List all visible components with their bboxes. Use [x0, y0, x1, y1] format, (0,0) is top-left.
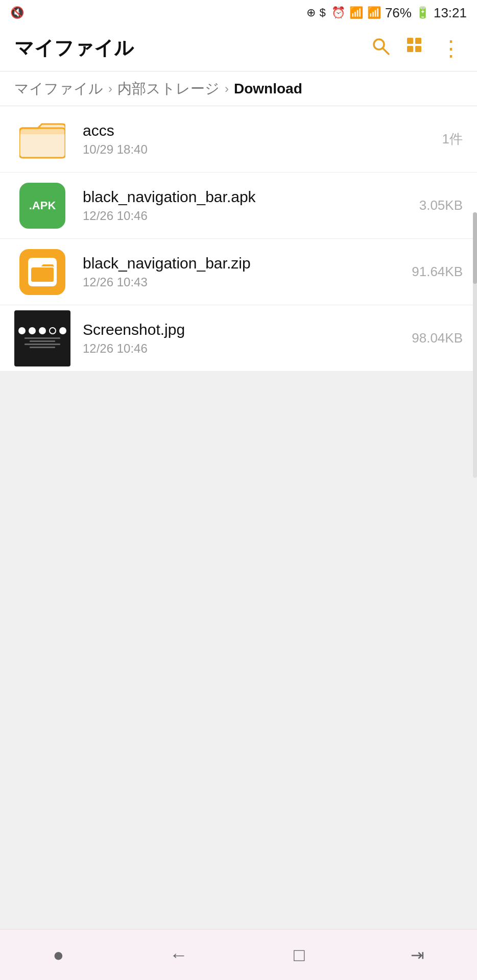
- status-bar: 🔇 ⊕ $ ⏰ 📶 📶 76% 🔋 13:21: [0, 0, 477, 26]
- file-name: black_navigation_bar.apk: [83, 188, 419, 206]
- empty-area: [0, 372, 477, 929]
- search-icon[interactable]: [371, 36, 390, 60]
- app-title: マイファイル: [14, 35, 134, 61]
- folder-icon: [19, 119, 65, 160]
- grid-view-icon[interactable]: [406, 36, 425, 60]
- status-right: ⊕ $ ⏰ 📶 📶 76% 🔋 13:21: [306, 5, 467, 21]
- status-left: 🔇: [10, 6, 24, 19]
- scrollbar[interactable]: [473, 212, 477, 478]
- file-date: 10/29 18:40: [83, 142, 442, 157]
- bottom-nav: ● ← □ ⇥: [0, 929, 477, 980]
- thumb-line2: [30, 340, 55, 342]
- thumb-line3: [25, 344, 60, 345]
- recents-button[interactable]: □: [278, 939, 320, 971]
- thumb-line4: [30, 347, 55, 348]
- folder-icon-container: [14, 111, 70, 167]
- file-name: Screenshot.jpg: [83, 321, 412, 338]
- breadcrumb: マイファイル › 内部ストレージ › Download: [0, 71, 477, 106]
- file-list: accs 10/29 18:40 1件 .APK black_navigatio…: [0, 106, 477, 372]
- file-date: 12/26 10:43: [83, 275, 412, 289]
- breadcrumb-myfiles[interactable]: マイファイル: [14, 79, 103, 99]
- mute-icon: 🔇: [10, 6, 24, 19]
- apk-label: .APK: [29, 199, 56, 212]
- file-list-wrapper: accs 10/29 18:40 1件 .APK black_navigatio…: [0, 106, 477, 372]
- battery-percent: 76%: [385, 5, 412, 21]
- breadcrumb-download: Download: [234, 81, 302, 97]
- signal-icon: 📶: [367, 6, 381, 19]
- apk-icon-container: .APK: [14, 178, 70, 234]
- file-name: black_navigation_bar.zip: [83, 255, 412, 272]
- svg-line-1: [383, 48, 389, 55]
- svg-rect-5: [415, 46, 421, 52]
- dot3: [39, 327, 46, 334]
- file-name: accs: [83, 122, 442, 139]
- list-item[interactable]: black_navigation_bar.zip 12/26 10:43 91.…: [0, 239, 477, 305]
- scrollbar-thumb[interactable]: [473, 212, 477, 284]
- file-info-jpg: Screenshot.jpg 12/26 10:46: [83, 321, 412, 356]
- file-info-accs: accs 10/29 18:40: [83, 122, 442, 157]
- svg-rect-4: [407, 46, 413, 52]
- back-button[interactable]: ←: [154, 939, 203, 971]
- breadcrumb-chevron-1: ›: [108, 82, 112, 96]
- app-bar: マイファイル ⋮: [0, 26, 477, 71]
- battery-icon: 🔋: [416, 6, 430, 19]
- list-item[interactable]: .APK black_navigation_bar.apk 12/26 10:4…: [0, 173, 477, 239]
- file-size: 98.04KB: [412, 330, 463, 346]
- zip-icon: [19, 249, 65, 295]
- thumbnail-container: [14, 310, 70, 366]
- bluetooth-icon: $: [320, 6, 327, 19]
- dot5: [59, 327, 66, 334]
- zip-folder-svg: [31, 262, 54, 282]
- list-item[interactable]: Screenshot.jpg 12/26 10:46 98.04KB: [0, 305, 477, 372]
- file-size: 3.05KB: [419, 198, 463, 213]
- svg-rect-2: [407, 38, 413, 44]
- dot4: [49, 327, 56, 334]
- file-info-apk: black_navigation_bar.apk 12/26 10:46: [83, 188, 419, 223]
- zip-icon-inner: [28, 258, 57, 286]
- file-date: 12/26 10:46: [83, 341, 412, 356]
- file-date: 12/26 10:46: [83, 209, 419, 223]
- zip-icon-container: [14, 244, 70, 300]
- app-bar-actions: ⋮: [371, 36, 463, 61]
- jpg-thumbnail: [14, 310, 70, 366]
- menu-button[interactable]: ⇥: [395, 940, 440, 970]
- file-info-zip: black_navigation_bar.zip 12/26 10:43: [83, 255, 412, 289]
- list-item[interactable]: accs 10/29 18:40 1件: [0, 106, 477, 173]
- dot2: [29, 327, 36, 334]
- svg-rect-3: [415, 38, 421, 44]
- alarm-icon: ⏰: [331, 6, 345, 19]
- clock: 13:21: [434, 5, 467, 21]
- location-icon: ⊕: [306, 6, 316, 19]
- dot1: [18, 327, 26, 334]
- thumb-line1: [25, 337, 60, 339]
- apk-icon: .APK: [19, 183, 65, 229]
- wifi-icon: 📶: [349, 6, 363, 19]
- home-button[interactable]: ●: [37, 939, 79, 971]
- breadcrumb-internal[interactable]: 内部ストレージ: [117, 79, 220, 99]
- more-options-icon[interactable]: ⋮: [440, 36, 463, 61]
- thumb-dots: [18, 327, 66, 334]
- file-count: 1件: [442, 130, 463, 148]
- file-size: 91.64KB: [412, 264, 463, 280]
- breadcrumb-chevron-2: ›: [225, 82, 229, 96]
